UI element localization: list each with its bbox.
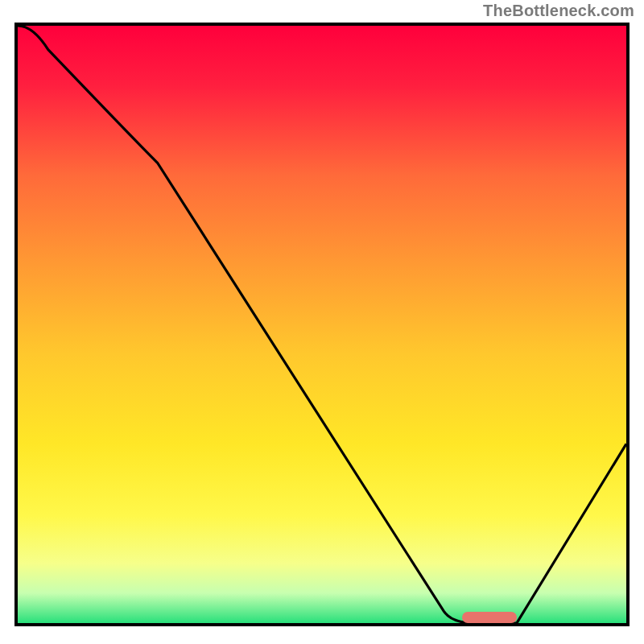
bottleneck-curve (18, 26, 626, 623)
plot-area (14, 23, 630, 626)
chart-container: TheBottleneck.com (0, 0, 644, 644)
watermark-text: TheBottleneck.com (483, 2, 634, 20)
curve-plot (18, 26, 626, 623)
optimal-range-marker (462, 612, 517, 623)
